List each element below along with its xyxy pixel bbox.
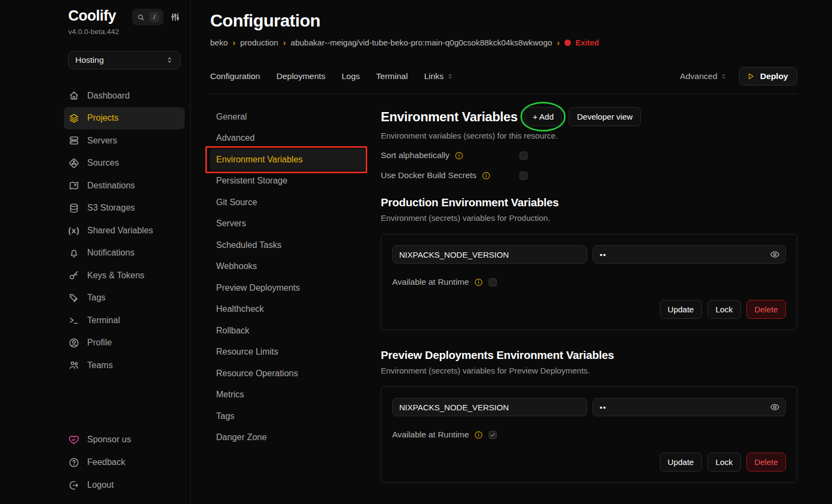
- breadcrumb-resource[interactable]: abubakar--meigag/vid-tube-beko-pro:main-…: [291, 38, 552, 47]
- info-icon: [482, 171, 491, 180]
- delete-button[interactable]: Delete: [746, 453, 786, 472]
- sidebar: Coolify / v4.0.0-beta.442 Hosting Dashbo…: [0, 0, 191, 504]
- sidebar-item-label: Destinations: [87, 181, 135, 191]
- variable-value-input[interactable]: [593, 398, 786, 416]
- tab-logs[interactable]: Logs: [342, 71, 360, 81]
- tag-icon: [68, 292, 80, 304]
- breadcrumb: beko › production › abubakar--meigag/vid…: [210, 38, 797, 47]
- settings-button[interactable]: [170, 12, 180, 22]
- breadcrumb-team[interactable]: beko: [210, 38, 228, 47]
- subnav-item-environment-variables[interactable]: Environment Variables: [210, 149, 365, 171]
- sidebar-item-tags[interactable]: Tags: [64, 287, 185, 310]
- tab-terminal[interactable]: Terminal: [376, 71, 408, 81]
- tab-configuration[interactable]: Configuration: [210, 71, 260, 81]
- subnav-item-healthcheck[interactable]: Healthcheck: [210, 299, 365, 320]
- team-select[interactable]: Hosting: [68, 51, 180, 69]
- home-icon: [68, 90, 80, 101]
- sidebar-item-teams[interactable]: Teams: [64, 354, 185, 377]
- sidebar-item-label: Projects: [87, 113, 119, 123]
- sidebar-item-sponsor-us[interactable]: Sponsor us: [64, 428, 185, 451]
- tab-deployments[interactable]: Deployments: [276, 71, 325, 81]
- lock-button[interactable]: Lock: [707, 453, 741, 472]
- deploy-button[interactable]: Deploy: [739, 67, 797, 86]
- breadcrumb-environment[interactable]: production: [240, 38, 278, 47]
- reveal-value-button[interactable]: [770, 402, 780, 413]
- sidebar-item-projects[interactable]: Projects: [64, 107, 185, 130]
- subnav-item-metrics[interactable]: Metrics: [210, 384, 365, 406]
- subnav-item-rollback[interactable]: Rollback: [210, 320, 365, 342]
- app-version: v4.0.0-beta.442: [68, 28, 180, 36]
- subnav-item-resource-operations[interactable]: Resource Operations: [210, 363, 365, 384]
- lock-button[interactable]: Lock: [707, 300, 741, 319]
- docker-build-secrets-checkbox[interactable]: [519, 172, 528, 180]
- variable-value-input[interactable]: [593, 245, 786, 264]
- available-at-runtime-checkbox[interactable]: [489, 431, 497, 439]
- sort-alphabetically-checkbox[interactable]: [519, 152, 528, 160]
- sidebar-item-terminal[interactable]: Terminal: [64, 309, 185, 332]
- sidebar-item-destinations[interactable]: Destinations: [64, 174, 185, 197]
- sidebar-item-label: Sources: [87, 158, 119, 168]
- tab-links[interactable]: Links: [424, 71, 453, 81]
- subnav-item-preview-deployments[interactable]: Preview Deployments: [210, 277, 365, 299]
- sidebar-item-s3-storages[interactable]: S3 Storages: [64, 197, 185, 220]
- subnav-item-webhooks[interactable]: Webhooks: [210, 256, 365, 278]
- delete-button[interactable]: Delete: [746, 300, 786, 319]
- available-at-runtime-checkbox[interactable]: [489, 278, 497, 286]
- subnav-item-scheduled-tasks[interactable]: Scheduled Tasks: [210, 234, 365, 256]
- subnav-item-servers[interactable]: Servers: [210, 213, 365, 235]
- divider: [210, 94, 797, 94]
- sort-alphabetically-row: Sort alphabetically: [381, 150, 797, 160]
- page-title: Configuration: [210, 11, 797, 31]
- subnav-item-tags[interactable]: Tags: [210, 405, 365, 427]
- available-at-runtime-label: Available at Runtime: [392, 277, 469, 287]
- sidebar-item-dashboard[interactable]: Dashboard: [64, 84, 185, 107]
- chevron-right-icon: ›: [233, 38, 236, 47]
- subnav-item-git-source[interactable]: Git Source: [210, 192, 365, 213]
- advanced-dropdown[interactable]: Advanced: [680, 71, 727, 81]
- chevron-right-icon: ›: [283, 38, 286, 47]
- play-icon: [746, 72, 755, 81]
- user-circle-icon: [68, 337, 80, 349]
- search-button[interactable]: /: [132, 9, 164, 25]
- production-env-title: Production Environment Variables: [381, 196, 797, 209]
- eye-icon: [770, 250, 780, 260]
- status-dot-icon: [564, 40, 571, 46]
- subnav-item-persistent-storage[interactable]: Persistent Storage: [210, 171, 365, 192]
- info-icon: [454, 151, 464, 160]
- add-variable-button[interactable]: + Add: [524, 107, 562, 126]
- sidebar-item-label: Logout: [87, 480, 114, 490]
- sidebar-item-label: Terminal: [87, 316, 120, 325]
- resource-tabbar: Configuration Deployments Logs Terminal …: [210, 67, 797, 86]
- sidebar-item-servers[interactable]: Servers: [64, 129, 185, 152]
- chevron-right-icon: ›: [557, 38, 560, 47]
- available-at-runtime-label: Available at Runtime: [392, 430, 469, 440]
- variable-icon: (x): [68, 226, 80, 235]
- sidebar-item-keys-tokens[interactable]: Keys & Tokens: [64, 264, 185, 287]
- subnav-item-danger-zone[interactable]: Danger Zone: [210, 427, 365, 449]
- sidebar-item-notifications[interactable]: Notifications: [64, 242, 185, 265]
- sidebar-item-sources[interactable]: Sources: [64, 152, 185, 175]
- developer-view-button[interactable]: Developer view: [569, 107, 641, 126]
- map-icon: [68, 180, 80, 191]
- sidebar-item-feedback[interactable]: Feedback: [64, 451, 185, 474]
- sidebar-item-profile[interactable]: Profile: [64, 332, 185, 355]
- subnav-item-advanced[interactable]: Advanced: [210, 128, 365, 149]
- sidebar-item-shared-variables[interactable]: (x) Shared Variables: [64, 219, 185, 242]
- env-variables-title: Environment Variables: [381, 109, 517, 125]
- status-badge: Exited: [564, 38, 599, 47]
- chevron-up-down-icon: [166, 56, 173, 64]
- reveal-value-button[interactable]: [770, 250, 780, 260]
- update-button[interactable]: Update: [660, 453, 702, 472]
- available-at-runtime-row: Available at Runtime: [392, 430, 786, 440]
- key-icon: [68, 270, 80, 281]
- variable-name-input[interactable]: [392, 398, 587, 416]
- search-shortcut-key: /: [150, 12, 159, 22]
- subnav-item-general[interactable]: General: [210, 106, 365, 128]
- sidebar-item-logout[interactable]: Logout: [64, 474, 185, 496]
- check-icon: [490, 432, 496, 438]
- sliders-icon: [170, 12, 180, 22]
- subnav-item-resource-limits[interactable]: Resource Limits: [210, 342, 365, 363]
- variable-name-input[interactable]: [392, 245, 587, 264]
- update-button[interactable]: Update: [660, 300, 702, 319]
- sidebar-item-label: Tags: [87, 293, 106, 303]
